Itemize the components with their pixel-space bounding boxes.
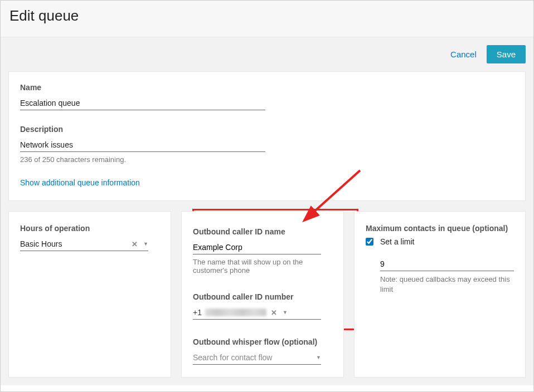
chevron-down-icon[interactable]: ▼: [283, 310, 288, 315]
name-label: Name: [20, 83, 514, 92]
outbound-panel: Outbound caller ID name The name that wi…: [181, 211, 344, 378]
chevron-down-icon[interactable]: ▼: [316, 355, 321, 360]
caller-id-name-input[interactable]: [193, 241, 321, 254]
whisper-flow-placeholder: Search for contact flow: [193, 353, 316, 362]
caller-id-name-hint: The name that will show up on the custom…: [193, 258, 321, 275]
description-label: Description: [20, 125, 514, 134]
hours-value: Basic Hours: [20, 239, 132, 248]
page-title: Edit queue: [9, 7, 525, 24]
hours-label: Hours of operation: [20, 224, 159, 233]
caller-id-number-label: Outbound caller ID number: [193, 292, 332, 301]
chevron-down-icon[interactable]: ▼: [143, 241, 148, 247]
whisper-flow-select[interactable]: Search for contact flow ▼: [193, 351, 321, 365]
caller-id-name-label: Outbound caller ID name: [193, 227, 332, 236]
queue-details-panel: Name Description 236 of 250 characters r…: [8, 71, 526, 201]
save-button[interactable]: Save: [487, 45, 526, 63]
caller-id-number-select[interactable]: +1 ✕ ▼: [193, 306, 321, 320]
clear-icon[interactable]: ✕: [271, 308, 277, 317]
max-contacts-panel: Maximum contacts in queue (optional) Set…: [354, 211, 526, 378]
name-input[interactable]: [20, 96, 265, 110]
cancel-button[interactable]: Cancel: [450, 50, 477, 59]
show-additional-link[interactable]: Show additional queue information: [20, 178, 514, 187]
set-limit-checkbox[interactable]: [366, 238, 373, 246]
limit-note: Note: queued callbacks may exceed this l…: [380, 275, 514, 295]
character-counter: 236 of 250 characters remaining.: [20, 155, 514, 164]
set-limit-label: Set a limit: [380, 237, 414, 246]
phone-prefix: +1: [193, 308, 202, 317]
limit-input[interactable]: [380, 257, 514, 271]
phone-redacted: [205, 308, 266, 316]
action-bar: Cancel Save: [8, 37, 526, 71]
whisper-flow-label: Outbound whisper flow (optional): [193, 337, 332, 346]
hours-panel: Hours of operation Basic Hours ✕ ▼: [8, 211, 171, 378]
description-input[interactable]: [20, 138, 265, 152]
max-contacts-label: Maximum contacts in queue (optional): [366, 224, 514, 233]
clear-icon[interactable]: ✕: [132, 240, 138, 248]
hours-select[interactable]: Basic Hours ✕ ▼: [20, 237, 148, 251]
